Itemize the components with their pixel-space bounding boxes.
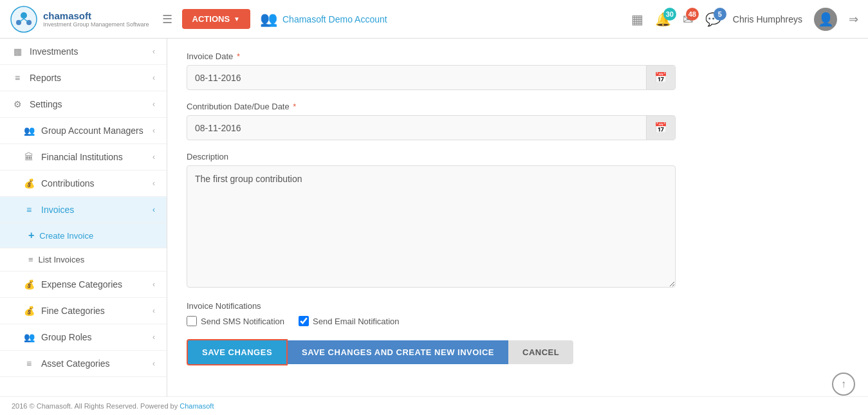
logo: chamasoft Investment Group Management So… [10,5,149,33]
sidebar-item-asset-categories[interactable]: ≡ Asset Categories ‹ [0,351,167,377]
fine-icon: 💰 [23,306,35,316]
sidebar-contributions-label: Contributions [41,178,95,189]
invoice-form: Invoice Date * 📅 Contribution Date/Due D… [187,51,676,365]
save-changes-button[interactable]: SAVE CHANGES [187,339,288,365]
expense-icon: 💰 [23,279,35,290]
sidebar-item-settings[interactable]: ⚙ Settings ‹ [0,91,167,118]
financial-icon: 🏛 [23,152,35,162]
sidebar-reports-label: Reports [30,73,61,83]
account-name: Chamasoft Demo Account [282,14,387,24]
msg-badge: 5 [714,8,726,21]
create-invoice-plus-icon: + [28,230,34,241]
sidebar-item-contributions[interactable]: 💰 Contributions ‹ [0,171,167,197]
footer-link[interactable]: Chamasoft [180,402,214,410]
hamburger-icon[interactable]: ☰ [162,12,172,26]
list-invoices-label: List Invoices [39,255,85,264]
sidebar-item-fine-categories[interactable]: 💰 Fine Categories ‹ [0,298,167,324]
invoices-chevron: ‹ [152,205,155,214]
sidebar-item-reports[interactable]: ≡ Reports ‹ [0,65,167,91]
invoices-icon: ≡ [23,205,35,215]
logo-name: chamasoft [43,10,149,21]
sidebar-settings-label: Settings [30,99,62,109]
group-roles-chevron: ‹ [152,333,155,342]
fine-chevron: ‹ [152,306,155,315]
sidebar-fine-label: Fine Categories [41,306,105,316]
invoice-date-input-wrapper: 📅 [187,65,676,90]
sidebar-item-financial[interactable]: 🏛 Financial Institutions ‹ [0,144,167,171]
msg-group: 💬 5 [705,12,721,27]
svg-point-1 [21,12,27,19]
group-roles-icon: 👥 [23,332,35,342]
group-account-icon: 👥 [23,125,35,136]
sidebar-group-account-label: Group Account Managers [41,125,143,136]
footer-text: 2016 © Chamasoft. All Rights Reserved. P… [12,402,178,410]
sms-notification-group: Send SMS Notification [187,316,284,326]
reports-chevron: ‹ [152,73,155,82]
email-checkbox[interactable] [299,316,309,326]
create-invoice-label: Create Invoice [39,231,93,241]
avatar-icon: 👤 [818,12,834,27]
email-notification-group: Send Email Notification [299,316,399,326]
notifications-row: Send SMS Notification Send Email Notific… [187,316,676,326]
navbar: chamasoft Investment Group Management So… [0,0,868,39]
actions-label: ACTIONS [192,14,230,24]
contributions-icon: 💰 [23,178,35,189]
calendar-icon[interactable]: ▦ [631,12,643,27]
logo-icon [10,5,38,33]
asset-chevron: ‹ [152,359,155,368]
description-label: Description [187,152,676,161]
sidebar-item-investments[interactable]: ▦ Investments ‹ [0,39,167,65]
account-icon: 👥 [260,11,277,28]
sidebar-expense-label: Expense Categories [41,279,122,290]
sidebar-sub-list-invoices[interactable]: ≡ List Invoices [0,248,167,272]
sidebar-invoices-label: Invoices [41,205,74,215]
sms-label: Send SMS Notification [201,317,284,326]
sms-checkbox[interactable] [187,316,197,326]
invoice-date-required: * [234,51,240,61]
sidebar-item-group-roles[interactable]: 👥 Group Roles ‹ [0,324,167,351]
contributions-chevron: ‹ [152,179,155,188]
contribution-date-input-wrapper: 📅 [187,115,676,140]
account-section: 👥 Chamasoft Demo Account [260,11,387,28]
sidebar-sub-create-invoice[interactable]: + Create Invoice [0,223,167,248]
bell-group: 🔔 30 [655,12,671,27]
logout-icon[interactable]: ⇒ [849,12,858,26]
contribution-date-label: Contribution Date/Due Date * [187,102,676,111]
invoice-date-input[interactable] [187,67,646,89]
sidebar-financial-label: Financial Institutions [41,152,123,162]
content-area: Invoice Date * 📅 Contribution Date/Due D… [167,39,868,396]
email-label: Send Email Notification [313,317,399,326]
sidebar: ▦ Investments ‹ ≡ Reports ‹ ⚙ Settings ‹… [0,39,167,396]
notifications-section: Invoice Notifications Send SMS Notificat… [187,301,676,326]
financial-chevron: ‹ [152,152,155,161]
invoice-date-group: Invoice Date * 📅 [187,51,676,90]
description-group: Description The first group contribution [187,152,676,290]
contribution-date-calendar-button[interactable]: 📅 [646,116,675,140]
actions-button[interactable]: ACTIONS ▼ [182,9,250,29]
invoice-date-label: Invoice Date * [187,51,676,61]
settings-icon: ⚙ [12,99,23,109]
cancel-button[interactable]: CANCEL [508,340,573,364]
notifications-label: Invoice Notifications [187,301,676,311]
contribution-date-input[interactable] [187,117,646,139]
description-textarea[interactable]: The first group contribution [187,165,676,288]
settings-chevron: ‹ [152,100,155,109]
contribution-date-group: Contribution Date/Due Date * 📅 [187,102,676,140]
investments-icon: ▦ [12,46,23,57]
save-changes-create-invoice-button[interactable]: SAVE CHANGES AND CREATE NEW INVOICE [288,340,508,364]
scroll-up-button[interactable]: ↑ [832,373,855,396]
bell-badge: 30 [663,8,676,21]
invoice-date-calendar-button[interactable]: 📅 [646,66,675,89]
logo-text-block: chamasoft Investment Group Management So… [43,10,149,28]
logo-tagline: Investment Group Management Software [43,21,149,28]
expense-chevron: ‹ [152,280,155,289]
reports-icon: ≡ [12,73,23,83]
asset-icon: ≡ [23,358,35,369]
sidebar-item-expense-categories[interactable]: 💰 Expense Categories ‹ [0,272,167,298]
sidebar-item-group-account-managers[interactable]: 👥 Group Account Managers ‹ [0,118,167,144]
mail-badge: 48 [686,8,699,21]
sidebar-investments-label: Investments [30,46,78,57]
navbar-right: ▦ 🔔 30 ✉ 48 💬 5 Chris Humphreys 👤 ⇒ [631,8,858,31]
sidebar-item-invoices[interactable]: ≡ Invoices ‹ [0,197,167,223]
button-row: SAVE CHANGES SAVE CHANGES AND CREATE NEW… [187,339,676,365]
